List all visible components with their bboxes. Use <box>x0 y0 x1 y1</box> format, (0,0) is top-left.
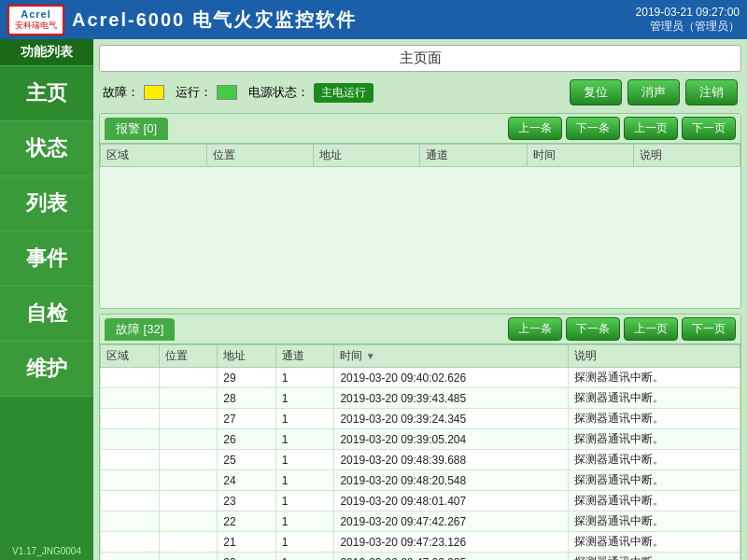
power-label: 电源状态： <box>248 84 309 101</box>
cell-channel: 1 <box>275 368 334 388</box>
cell-location <box>159 450 218 470</box>
content-area: 主页面 故障： 运行： 电源状态： 主电运行 复位 消声 注销 <box>93 39 747 560</box>
cell-desc: 探测器通讯中断。 <box>568 388 740 409</box>
alarm-tab[interactable]: 报警 [0] <box>105 118 168 140</box>
cell-channel: 1 <box>275 532 334 553</box>
fault-tab[interactable]: 故障 [32] <box>105 318 175 341</box>
cell-desc: 探测器通讯中断。 <box>568 450 740 470</box>
main-layout: 功能列表 主页 状态 列表 事件 自检 维护 V1.17_JNG0004 主页面… <box>0 39 747 560</box>
fault-col-desc: 说明 <box>568 345 740 368</box>
alarm-col-location: 位置 <box>207 145 314 167</box>
cell-time: 2019-03-20 09:47:03.985 <box>334 553 568 561</box>
run-label: 运行： <box>176 84 212 101</box>
sidebar-item-status[interactable]: 状态 <box>0 121 93 176</box>
alarm-table: 区域 位置 地址 通道 时间 说明 <box>100 144 740 167</box>
page-title: 主页面 <box>99 45 741 72</box>
cell-time: 2019-03-20 09:47:42.267 <box>334 511 568 532</box>
cell-channel: 1 <box>275 450 334 470</box>
app-title: Acrel-6000 电气火灾监控软件 <box>72 7 357 33</box>
alarm-next-page-btn[interactable]: 下一页 <box>682 117 736 140</box>
cell-channel: 1 <box>275 553 334 561</box>
cell-location <box>159 429 218 450</box>
alarm-col-channel: 通道 <box>420 145 527 167</box>
cell-address: 26 <box>218 429 276 450</box>
alarm-next-btn[interactable]: 下一条 <box>566 117 620 140</box>
action-buttons: 复位 消声 注销 <box>570 79 738 105</box>
fault-next-page-btn[interactable]: 下一页 <box>682 317 736 341</box>
fault-next-btn[interactable]: 下一条 <box>566 317 620 341</box>
cell-channel: 1 <box>275 409 334 429</box>
cell-address: 29 <box>218 368 276 388</box>
datetime: 2019-03-21 09:27:00 <box>636 6 740 19</box>
sidebar: 功能列表 主页 状态 列表 事件 自检 维护 V1.17_JNG0004 <box>0 39 93 560</box>
cell-time: 2019-03-20 09:48:01.407 <box>334 491 568 511</box>
sidebar-item-home[interactable]: 主页 <box>0 66 93 121</box>
cell-area <box>101 532 160 553</box>
fault-table-scroll[interactable]: 区域 位置 地址 通道 时间 ▼ 说明 29 1 2019-03-20 09:4… <box>100 344 740 560</box>
status-bar: 故障： 运行： 电源状态： 主电运行 复位 消声 注销 <box>99 77 741 108</box>
table-row[interactable]: 24 1 2019-03-20 09:48:20.548 探测器通讯中断。 <box>101 470 740 491</box>
cell-time: 2019-03-20 09:39:05.204 <box>334 429 568 450</box>
cancel-button[interactable]: 注销 <box>685 79 738 105</box>
table-row[interactable]: 21 1 2019-03-20 09:47:23.126 探测器通讯中断。 <box>101 532 740 553</box>
cell-address: 20 <box>218 553 276 561</box>
logo-top: Acrel <box>21 8 51 20</box>
fault-col-location: 位置 <box>159 345 218 368</box>
cell-desc: 探测器通讯中断。 <box>568 511 740 532</box>
cell-time: 2019-03-20 09:48:39.688 <box>334 450 568 470</box>
table-row[interactable]: 29 1 2019-03-20 09:40:02.626 探测器通讯中断。 <box>101 368 740 388</box>
cell-area <box>101 368 160 388</box>
table-row[interactable]: 20 1 2019-03-20 09:47:03.985 探测器通讯中断。 <box>101 553 740 561</box>
alarm-nav-buttons: 上一条 下一条 上一页 下一页 <box>508 117 736 140</box>
alarm-table-scroll[interactable]: 区域 位置 地址 通道 时间 说明 <box>100 144 740 308</box>
silence-button[interactable]: 消声 <box>627 79 680 105</box>
fault-prev-btn[interactable]: 上一条 <box>508 317 562 341</box>
power-status: 电源状态： 主电运行 <box>248 83 374 103</box>
sort-arrow-icon: ▼ <box>366 351 375 361</box>
fault-col-channel: 通道 <box>275 345 334 368</box>
sidebar-item-maintenance[interactable]: 维护 <box>0 342 93 397</box>
cell-channel: 1 <box>275 470 334 491</box>
cell-area <box>101 491 160 511</box>
sidebar-item-selfcheck[interactable]: 自检 <box>0 287 93 342</box>
cell-location <box>159 368 218 388</box>
cell-desc: 探测器通讯中断。 <box>568 491 740 511</box>
alarm-prev-page-btn[interactable]: 上一页 <box>624 117 678 140</box>
table-row[interactable]: 27 1 2019-03-20 09:39:24.345 探测器通讯中断。 <box>101 409 740 429</box>
cell-area <box>101 553 160 561</box>
cell-time: 2019-03-20 09:48:20.548 <box>334 470 568 491</box>
table-row[interactable]: 26 1 2019-03-20 09:39:05.204 探测器通讯中断。 <box>101 429 740 450</box>
sidebar-item-events[interactable]: 事件 <box>0 231 93 287</box>
alarm-prev-btn[interactable]: 上一条 <box>508 117 562 140</box>
cell-desc: 探测器通讯中断。 <box>568 368 740 388</box>
sidebar-item-list[interactable]: 列表 <box>0 176 93 231</box>
table-row[interactable]: 28 1 2019-03-20 09:39:43.485 探测器通讯中断。 <box>101 388 740 409</box>
table-row[interactable]: 23 1 2019-03-20 09:48:01.407 探测器通讯中断。 <box>101 491 740 511</box>
alarm-col-desc: 说明 <box>633 145 740 167</box>
alarm-panel-header: 报警 [0] 上一条 下一条 上一页 下一页 <box>100 114 740 144</box>
cell-channel: 1 <box>275 429 334 450</box>
cell-area <box>101 511 160 532</box>
cell-time: 2019-03-20 09:40:02.626 <box>334 368 568 388</box>
fault-table: 区域 位置 地址 通道 时间 ▼ 说明 29 1 2019-03-20 09:4… <box>100 344 740 560</box>
cell-location <box>159 388 218 409</box>
header: Acrel 安科瑞电气 Acrel-6000 电气火灾监控软件 2019-03-… <box>0 0 747 39</box>
cell-channel: 1 <box>275 491 334 511</box>
alarm-panel: 报警 [0] 上一条 下一条 上一页 下一页 区域 位置 地址 通道 <box>99 113 741 309</box>
table-row[interactable]: 22 1 2019-03-20 09:47:42.267 探测器通讯中断。 <box>101 511 740 532</box>
cell-time: 2019-03-20 09:39:24.345 <box>334 409 568 429</box>
cell-desc: 探测器通讯中断。 <box>568 532 740 553</box>
cell-location <box>159 409 218 429</box>
table-row[interactable]: 25 1 2019-03-20 09:48:39.688 探测器通讯中断。 <box>101 450 740 470</box>
cell-location <box>159 532 218 553</box>
fault-prev-page-btn[interactable]: 上一页 <box>624 317 678 341</box>
cell-address: 27 <box>218 409 276 429</box>
alarm-col-area: 区域 <box>101 145 207 167</box>
fault-col-area: 区域 <box>101 345 160 368</box>
fault-label: 故障： <box>103 84 139 101</box>
cell-address: 23 <box>218 491 276 511</box>
reset-button[interactable]: 复位 <box>570 79 622 105</box>
cell-desc: 探测器通讯中断。 <box>568 553 740 561</box>
cell-desc: 探测器通讯中断。 <box>568 470 740 491</box>
logo-box: Acrel 安科瑞电气 <box>7 5 64 35</box>
